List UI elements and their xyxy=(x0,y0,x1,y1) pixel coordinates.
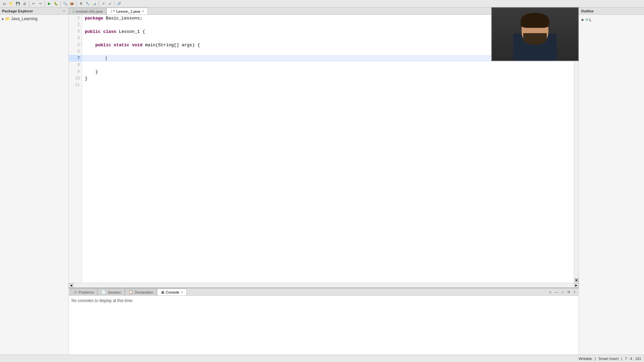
kw-package: package xyxy=(85,16,103,21)
editor-hscroll[interactable]: ◀ ▶ xyxy=(69,283,579,288)
line-num-5: 5 » xyxy=(69,42,82,48)
javadoc-label: Javadoc xyxy=(107,290,121,294)
status-bar: Writable | Smart Insert | 7 : 4 : 101 xyxy=(0,355,644,362)
status-position: 7 : 4 : 101 xyxy=(625,357,641,361)
tab-lesson1-modified: * xyxy=(113,9,115,13)
tab-problems[interactable]: ⚠ Problems xyxy=(70,289,98,295)
right-panel: Outline ▶ ⊕ L xyxy=(579,7,644,355)
toolbar-sep-1 xyxy=(29,1,29,6)
status-separator-2: | xyxy=(621,357,622,361)
main-area: Package Explorer × ▶ 📁 Java_Learning xyxy=(0,7,644,355)
outline-expand-row[interactable]: ▶ ⊕ L xyxy=(582,17,641,22)
hscroll-right-btn[interactable]: ▶ xyxy=(574,283,579,288)
tab-lesson1[interactable]: J * Lesson_1.java × xyxy=(106,8,148,14)
tab-declaration[interactable]: 📋 Declaration xyxy=(125,289,157,295)
line-numbers: 1 2 3 4 5 » 6 7 8 9 10 11 xyxy=(69,15,82,283)
toolbar-btn-13[interactable]: ↙ xyxy=(107,1,113,7)
kw-public-2: public xyxy=(95,43,111,48)
tab-lesson1-close[interactable]: × xyxy=(142,9,144,13)
line-num-11: 11 xyxy=(69,82,82,88)
outline-expand-icon: ▶ xyxy=(582,18,584,21)
code-line-8 xyxy=(82,62,574,68)
toolbar-btn-9[interactable]: ⚙ xyxy=(78,1,84,7)
toolbar-btn-10[interactable]: 🔧 xyxy=(85,1,91,7)
kw-void: void xyxy=(132,43,142,48)
run-button[interactable]: ▶ xyxy=(46,1,52,7)
left-panel: Package Explorer × ▶ 📁 Java_Learning xyxy=(0,7,69,355)
declaration-label: Declaration xyxy=(135,290,153,294)
tree-expand-arrow: ▶ xyxy=(2,17,4,20)
toolbar-btn-8[interactable]: 📦 xyxy=(69,1,75,7)
line-num-2: 2 xyxy=(69,21,82,28)
btm-minimize-btn[interactable]: — xyxy=(554,289,559,295)
tab-console[interactable]: 🖥 Console × xyxy=(157,289,187,295)
tab-lesson1-icon: J xyxy=(110,9,112,13)
btm-restore-btn[interactable]: ⧉ xyxy=(566,289,571,295)
main-toolbar: 🗂 📁 💾 🖨 ↩ ↪ ▶ 🐛 🔍 📦 ⚙ 🔧 📊 ↗ ↙ 🔗 xyxy=(0,0,644,7)
console-icon: 🖥 xyxy=(161,290,164,294)
toolbar-btn-14[interactable]: 🔗 xyxy=(116,1,122,7)
problems-icon: ⚠ xyxy=(74,290,77,294)
btm-maximize-btn[interactable]: □ xyxy=(560,289,565,295)
toolbar-btn-6[interactable]: ↪ xyxy=(37,1,43,7)
tab-module-info[interactable]: J module-info.java xyxy=(69,8,106,14)
toolbar-btn-2[interactable]: 📁 xyxy=(8,1,14,7)
project-label: Java_Learning xyxy=(11,16,38,21)
toolbar-btn-11[interactable]: 📊 xyxy=(91,1,97,7)
tab-lesson1-label: Lesson_1.java xyxy=(116,9,140,13)
tree-item-java-learning[interactable]: ▶ 📁 Java_Learning xyxy=(1,16,67,21)
line-num-8: 8 xyxy=(69,62,82,68)
bottom-tabs: ⚠ Problems 📄 Javadoc 📋 Declaration 🖥 Con… xyxy=(69,288,579,296)
declaration-icon: 📋 xyxy=(128,290,133,294)
kw-static: static xyxy=(114,43,129,48)
debug-button[interactable]: 🐛 xyxy=(53,1,59,7)
webcam-overlay xyxy=(491,7,579,61)
line-num-10: 10 xyxy=(69,75,82,82)
bottom-content: No consoles to display at this time. xyxy=(69,296,579,355)
line-num-3: 3 xyxy=(69,28,82,35)
status-insert-mode: Smart Insert xyxy=(598,357,619,361)
bottom-panel: ⚠ Problems 📄 Javadoc 📋 Declaration 🖥 Con… xyxy=(69,288,579,355)
line-num-9: 9 xyxy=(69,68,82,75)
console-label: Console xyxy=(166,290,179,294)
center-area: J module-info.java J * Lesson_1.java × 1… xyxy=(69,7,579,355)
text-cursor xyxy=(106,56,106,61)
tab-javadoc[interactable]: 📄 Javadoc xyxy=(98,289,125,295)
outline-item-label: L xyxy=(589,18,591,22)
outline-header: Outline xyxy=(579,7,644,15)
outline-tree: ▶ ⊕ L xyxy=(579,15,644,24)
kw-public-1: public xyxy=(85,29,101,34)
console-close-btn[interactable]: × xyxy=(180,290,183,294)
line-num-1: 1 xyxy=(69,15,82,21)
webcam-person xyxy=(492,8,578,60)
package-explorer-header: Package Explorer × xyxy=(0,7,68,15)
toolbar-btn-3[interactable]: 💾 xyxy=(15,1,21,7)
btm-close-btn[interactable]: × xyxy=(572,289,577,295)
panel-close-btn[interactable]: × xyxy=(62,9,66,13)
status-writable: Writable xyxy=(579,357,592,361)
bottom-tab-controls: ⎋ — □ ⧉ × xyxy=(548,289,577,295)
toolbar-sep-5 xyxy=(99,1,99,6)
line-num-6: 6 xyxy=(69,48,82,55)
line-num-4: 4 xyxy=(69,35,82,42)
toolbar-btn-1[interactable]: 🗂 xyxy=(1,1,7,7)
toolbar-btn-7[interactable]: 🔍 xyxy=(62,1,68,7)
project-icon: 📁 xyxy=(5,16,10,21)
hscroll-left-btn[interactable]: ◀ xyxy=(69,283,73,288)
panel-controls: × xyxy=(62,9,66,13)
outline-item-icon: ⊕ xyxy=(585,17,588,22)
scroll-down-btn[interactable]: ▼ xyxy=(575,278,579,282)
toolbar-btn-5[interactable]: ↩ xyxy=(31,1,37,7)
problems-label: Problems xyxy=(78,290,94,294)
outline-title: Outline xyxy=(581,9,594,13)
package-explorer-content: ▶ 📁 Java_Learning xyxy=(0,15,68,355)
toolbar-sep-6 xyxy=(114,1,115,6)
toolbar-btn-4[interactable]: 🖨 xyxy=(21,1,28,7)
toolbar-sep-4 xyxy=(76,1,76,6)
btm-open-console-btn[interactable]: ⎋ xyxy=(548,289,553,295)
tab-module-label: module-info.java xyxy=(76,9,103,13)
toolbar-sep-3 xyxy=(60,1,61,6)
console-message: No consoles to display at this time. xyxy=(71,298,133,303)
toolbar-btn-12[interactable]: ↗ xyxy=(100,1,106,7)
code-line-11 xyxy=(82,82,574,88)
